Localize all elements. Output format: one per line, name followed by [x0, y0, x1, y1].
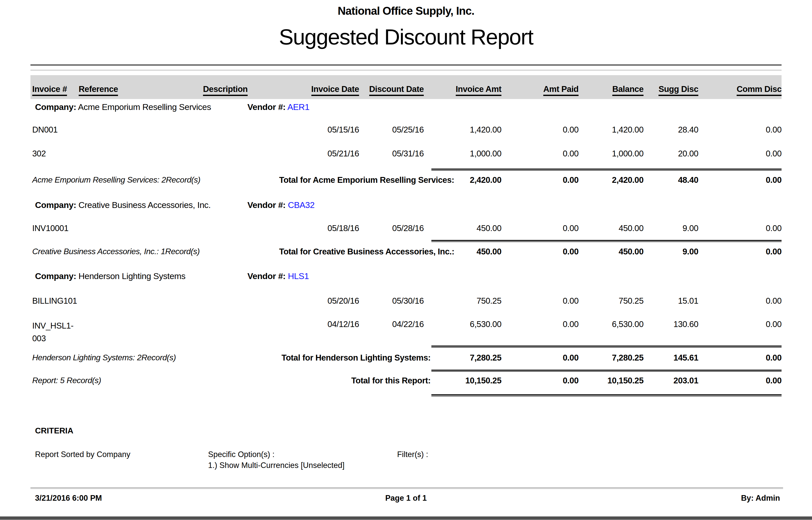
total-comm-disc: 0.00	[698, 376, 782, 385]
company-header: Company: Creative Business Accessories, …	[30, 200, 782, 210]
criteria-specific-options-label: Specific Option(s) :	[208, 450, 275, 459]
invoice-amt-cell: 1,420.00	[424, 125, 501, 135]
total-amt-paid: 0.00	[501, 353, 579, 363]
total-invoice-amt: 7,280.25	[430, 353, 501, 363]
invoice-amt-cell: 450.00	[424, 224, 501, 233]
comm-disc-cell: 0.00	[698, 224, 782, 233]
amt-paid-cell: 0.00	[501, 149, 579, 158]
total-sugg-disc: 9.00	[644, 247, 698, 256]
column-header-invoice-date: Invoice Date	[300, 84, 359, 99]
discount-date-cell: 05/28/16	[359, 224, 424, 233]
total-amt-paid: 0.00	[501, 376, 579, 385]
column-header-description: Description	[203, 84, 300, 99]
vendor-label: Vendor #:	[247, 271, 285, 281]
invoice-row: 302 05/21/16 05/31/16 1,000.00 0.00 1,00…	[30, 149, 782, 158]
column-header-discount-date: Discount Date	[359, 84, 424, 99]
invoice-amt-cell: 6,530.00	[424, 319, 501, 344]
report-records-label: Report: 5 Record(s)	[30, 376, 279, 385]
reference-cell	[79, 125, 203, 135]
total-invoice-amt: 2,420.00	[430, 175, 501, 185]
balance-cell: 450.00	[579, 224, 644, 233]
vendor-code-link[interactable]: HLS1	[288, 271, 309, 281]
total-invoice-amt: 10,150.25	[430, 376, 501, 385]
comm-disc-cell: 0.00	[698, 296, 782, 306]
group-total-row: Henderson Lighting Systems: 2Record(s) T…	[30, 353, 782, 363]
invoice-date-cell: 05/21/16	[300, 149, 359, 158]
vendor-field: Vendor #: AER1	[247, 102, 309, 112]
company-header: Company: Henderson Lighting Systems Vend…	[30, 271, 782, 281]
group-records-label: Creative Business Accessories, Inc.: 1Re…	[30, 247, 279, 256]
balance-cell: 750.25	[579, 296, 644, 306]
invoice-amt-cell: 750.25	[424, 296, 501, 306]
sugg-disc-cell: 28.40	[644, 125, 698, 135]
footer-page-indicator: Page 1 of 1	[30, 494, 782, 503]
column-header-comm-disc: Comm Disc	[698, 84, 782, 99]
vendor-label: Vendor #:	[247, 102, 285, 112]
group-total-row: Creative Business Accessories, Inc.: 1Re…	[30, 247, 782, 256]
invoice-amt-cell: 1,000.00	[424, 149, 501, 158]
total-sugg-disc: 203.01	[644, 376, 698, 385]
invoice-no-cell: 302	[30, 149, 79, 158]
criteria-filters-label: Filter(s) :	[397, 450, 428, 459]
column-header-amt-paid: Amt Paid	[501, 84, 579, 99]
reference-cell	[79, 149, 203, 158]
column-header-balance: Balance	[579, 84, 644, 99]
group-total-label: Total for Henderson Lighting Systems:	[279, 353, 430, 363]
group-records-label: Henderson Lighting Systems: 2Record(s)	[30, 353, 279, 363]
column-header-invoice-amt: Invoice Amt	[424, 84, 501, 99]
sugg-disc-cell: 20.00	[644, 149, 698, 158]
vendor-code-link[interactable]: CBA32	[288, 200, 314, 210]
footer-generated-by: By: Admin	[741, 494, 780, 503]
group-total-label: Total for Acme Emporium Reselling Servic…	[279, 175, 430, 185]
invoice-row: INV_HSL1- 003 04/12/16 04/22/16 6,530.00…	[30, 319, 782, 344]
discount-date-cell: 05/30/16	[359, 296, 424, 306]
criteria-sorted-by: Report Sorted by Company	[35, 450, 131, 459]
company-name: Acme Emporium Reselling Services	[78, 102, 211, 112]
comm-disc-cell: 0.00	[698, 319, 782, 344]
company-label: Company:	[30, 271, 76, 281]
report-closing-rule	[431, 394, 782, 396]
amt-paid-cell: 0.00	[501, 224, 579, 233]
description-cell	[203, 224, 300, 233]
group-total-rule	[431, 168, 782, 171]
sugg-disc-cell: 9.00	[644, 224, 698, 233]
invoice-row: INV10001 05/18/16 05/28/16 450.00 0.00 4…	[30, 224, 782, 233]
total-balance: 2,420.00	[579, 175, 644, 185]
total-amt-paid: 0.00	[501, 247, 579, 256]
column-header-invoice-no: Invoice #	[30, 84, 79, 99]
balance-cell: 1,000.00	[579, 149, 644, 158]
total-invoice-amt: 450.00	[430, 247, 501, 256]
group-total-label: Total for Creative Business Accessories,…	[279, 247, 430, 256]
total-comm-disc: 0.00	[698, 353, 782, 363]
invoice-row: DN001 05/15/16 05/25/16 1,420.00 0.00 1,…	[30, 125, 782, 135]
total-amt-paid: 0.00	[501, 175, 579, 185]
comm-disc-cell: 0.00	[698, 125, 782, 135]
reference-cell	[79, 224, 203, 233]
report-page: { "page": { "org_name": "National Office…	[0, 0, 812, 520]
invoice-date-cell: 04/12/16	[300, 319, 359, 344]
total-comm-disc: 0.00	[698, 247, 782, 256]
invoice-date-cell: 05/15/16	[300, 125, 359, 135]
amt-paid-cell: 0.00	[501, 296, 579, 306]
title-rule-light	[30, 70, 782, 71]
total-balance: 10,150.25	[579, 376, 644, 385]
report-total-row: Report: 5 Record(s) Total for this Repor…	[30, 376, 782, 385]
group-total-row: Acme Emporium Reselling Services: 2Recor…	[30, 175, 782, 185]
vendor-code-link[interactable]: AER1	[287, 102, 310, 112]
column-header-sugg-disc: Sugg Disc	[644, 84, 698, 99]
reference-cell	[79, 319, 203, 344]
discount-date-cell: 05/25/16	[359, 125, 424, 135]
invoice-no-cell: BILLING101	[30, 296, 79, 306]
vendor-field: Vendor #: CBA32	[247, 200, 315, 210]
discount-date-cell: 05/31/16	[359, 149, 424, 158]
description-cell	[203, 296, 300, 306]
sugg-disc-cell: 130.60	[644, 319, 698, 344]
company-label: Company:	[30, 102, 76, 112]
total-sugg-disc: 48.40	[644, 175, 698, 185]
footer-rule	[30, 488, 783, 489]
balance-cell: 6,530.00	[579, 319, 644, 344]
sugg-disc-cell: 15.01	[644, 296, 698, 306]
company-name: Henderson Lighting Systems	[78, 271, 186, 281]
invoice-no-cell: DN001	[30, 125, 79, 135]
vendor-field: Vendor #: HLS1	[247, 271, 309, 281]
